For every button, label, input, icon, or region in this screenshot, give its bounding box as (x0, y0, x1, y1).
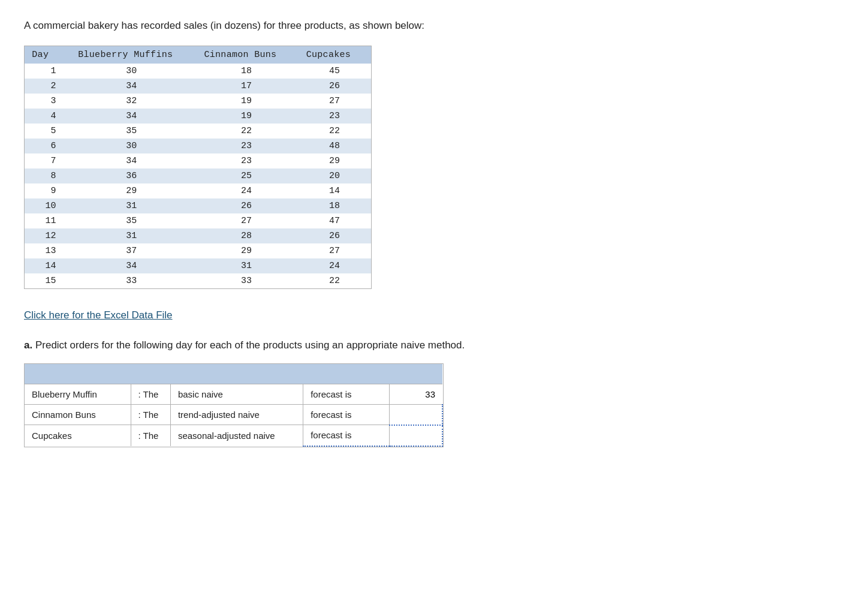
excel-link-section: Click here for the Excel Data File (24, 309, 844, 321)
cell-value: 26 (298, 79, 371, 94)
cell-value: 34 (68, 79, 195, 94)
answer-row: Cupcakes: Theseasonal-adjusted naivefore… (25, 425, 442, 446)
answer-the: : The (131, 384, 170, 404)
cell-value: 19 (195, 109, 298, 124)
table-row: 11352747 (25, 213, 371, 228)
answer-product: Cinnamon Buns (25, 404, 131, 425)
table-row: 5352222 (25, 124, 371, 139)
cell-day: 7 (25, 154, 68, 168)
answer-header-spacer (25, 364, 442, 384)
answer-method: trend-adjusted naive (170, 404, 303, 425)
cell-value: 31 (68, 228, 195, 243)
cell-value: 31 (195, 258, 298, 273)
table-row: 2341726 (25, 79, 371, 94)
cell-day: 10 (25, 198, 68, 213)
answer-method: seasonal-adjusted naive (170, 425, 303, 446)
col-header-blueberry-muffins: Blueberry Muffins (68, 46, 195, 64)
answer-table-header (25, 364, 442, 384)
cell-value: 23 (195, 154, 298, 168)
answer-value-input[interactable] (397, 431, 435, 441)
answer-product: Blueberry Muffin (25, 384, 131, 404)
answer-method: basic naive (170, 384, 303, 404)
col-header-cupcakes: Cupcakes (298, 46, 371, 64)
table-row: 1301845 (25, 64, 371, 79)
table-row: 15333322 (25, 273, 371, 288)
cell-value: 34 (68, 109, 195, 124)
excel-link[interactable]: Click here for the Excel Data File (24, 309, 173, 321)
cell-value: 24 (298, 258, 371, 273)
cell-value: 48 (298, 139, 371, 154)
cell-value: 24 (195, 183, 298, 198)
cell-day: 4 (25, 109, 68, 124)
cell-value: 35 (68, 124, 195, 139)
cell-value: 23 (195, 139, 298, 154)
cell-value: 35 (68, 213, 195, 228)
answer-row: Blueberry Muffin: Thebasic naiveforecast… (25, 384, 442, 404)
table-header-row: Day Blueberry Muffins Cinnamon Buns Cupc… (25, 46, 371, 64)
answer-value-input[interactable] (397, 410, 435, 420)
cell-value: 17 (195, 79, 298, 94)
cell-value: 26 (298, 228, 371, 243)
cell-day: 1 (25, 64, 68, 79)
table-row: 6302348 (25, 139, 371, 154)
answer-table-wrapper: Blueberry Muffin: Thebasic naiveforecast… (24, 363, 444, 447)
cell-value: 30 (68, 64, 195, 79)
part-a-section: a. Predict orders for the following day … (24, 339, 844, 450)
cell-value: 20 (298, 168, 371, 183)
part-a-letter: a. (24, 339, 32, 351)
cell-value: 27 (298, 243, 371, 258)
answer-forecast-label: forecast is (303, 384, 390, 404)
cell-value: 29 (298, 154, 371, 168)
table-row: 14343124 (25, 258, 371, 273)
cell-value: 23 (298, 109, 371, 124)
cell-value: 47 (298, 213, 371, 228)
cell-value: 22 (298, 124, 371, 139)
table-row: 13372927 (25, 243, 371, 258)
answer-product: Cupcakes (25, 425, 131, 446)
cell-value: 34 (68, 154, 195, 168)
table-row: 9292414 (25, 183, 371, 198)
col-header-cinnamon-buns: Cinnamon Buns (195, 46, 298, 64)
answer-value-cell[interactable] (389, 404, 442, 425)
cell-day: 11 (25, 213, 68, 228)
cell-day: 2 (25, 79, 68, 94)
cell-value: 33 (195, 273, 298, 288)
cell-day: 3 (25, 94, 68, 109)
cell-day: 15 (25, 273, 68, 288)
cell-day: 5 (25, 124, 68, 139)
col-header-day: Day (25, 46, 68, 64)
answer-value-cell[interactable] (389, 425, 442, 446)
table-row: 3321927 (25, 94, 371, 109)
answer-the: : The (131, 425, 170, 446)
cell-value: 18 (195, 64, 298, 79)
answer-value-cell[interactable] (389, 384, 442, 404)
sales-table-wrapper: Day Blueberry Muffins Cinnamon Buns Cupc… (24, 46, 372, 289)
cell-day: 14 (25, 258, 68, 273)
cell-value: 29 (68, 183, 195, 198)
table-row: 7342329 (25, 154, 371, 168)
answer-forecast-label: forecast is (303, 404, 390, 425)
cell-day: 12 (25, 228, 68, 243)
intro-text: A commercial bakery has recorded sales (… (24, 18, 844, 34)
cell-value: 19 (195, 94, 298, 109)
part-a-description: Predict orders for the following day for… (35, 339, 465, 351)
table-row: 10312618 (25, 198, 371, 213)
table-row: 8362520 (25, 168, 371, 183)
cell-value: 34 (68, 258, 195, 273)
cell-value: 27 (195, 213, 298, 228)
table-row: 12312826 (25, 228, 371, 243)
answer-row: Cinnamon Buns: Thetrend-adjusted naivefo… (25, 404, 442, 425)
table-row: 4341923 (25, 109, 371, 124)
answer-value-input[interactable] (397, 389, 435, 399)
cell-value: 14 (298, 183, 371, 198)
cell-value: 45 (298, 64, 371, 79)
cell-day: 13 (25, 243, 68, 258)
sales-table: Day Blueberry Muffins Cinnamon Buns Cupc… (25, 46, 371, 288)
cell-value: 22 (195, 124, 298, 139)
cell-value: 37 (68, 243, 195, 258)
cell-value: 22 (298, 273, 371, 288)
cell-value: 18 (298, 198, 371, 213)
cell-value: 27 (298, 94, 371, 109)
cell-day: 8 (25, 168, 68, 183)
cell-value: 29 (195, 243, 298, 258)
